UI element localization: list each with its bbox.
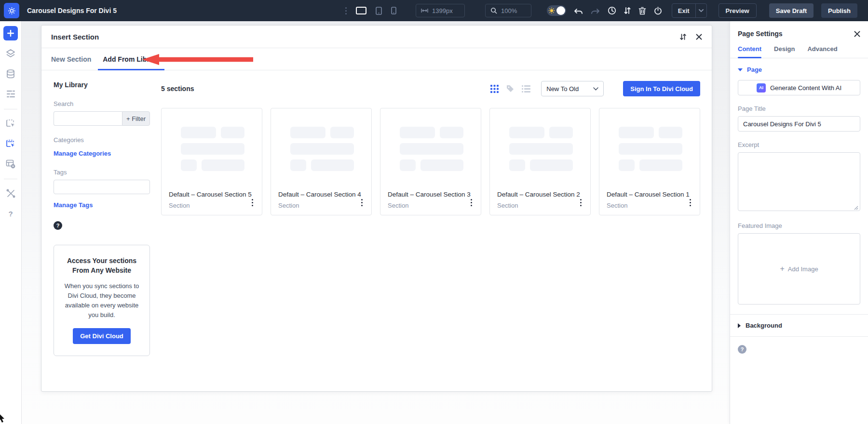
settings-close-icon[interactable] xyxy=(854,31,860,37)
rail-divider xyxy=(4,179,17,179)
section-card[interactable]: Default – Carousel Section 1 Section xyxy=(599,108,700,215)
card-title: Default – Carousel Section 4 xyxy=(278,191,366,198)
filter-button[interactable]: + Filter xyxy=(122,111,150,126)
settings-help-icon[interactable]: ? xyxy=(738,345,746,354)
trash-button[interactable] xyxy=(638,7,646,15)
wireframe-button[interactable] xyxy=(3,87,18,101)
card-menu-icon[interactable] xyxy=(359,197,365,208)
theme-toggle[interactable] xyxy=(547,5,566,16)
database-button[interactable] xyxy=(3,66,18,81)
excerpt-textarea[interactable] xyxy=(738,152,860,211)
card-menu-icon[interactable] xyxy=(578,197,583,208)
manage-tags-link[interactable]: Manage Tags xyxy=(54,201,150,209)
modules-button[interactable] xyxy=(3,157,18,171)
page-title-input[interactable] xyxy=(738,116,860,132)
card-title: Default – Carousel Section 5 xyxy=(169,191,257,198)
help-button[interactable]: ? xyxy=(3,206,18,221)
up-down-arrows-icon xyxy=(624,7,631,14)
more-options-icon[interactable] xyxy=(345,7,347,14)
history-button[interactable] xyxy=(608,6,616,15)
modal-sort-icon[interactable] xyxy=(680,33,686,40)
tab-new-section[interactable]: New Section xyxy=(45,48,97,70)
rail-divider xyxy=(4,109,17,109)
zoom-field[interactable]: 100% xyxy=(485,4,531,17)
excerpt-label: Excerpt xyxy=(738,141,860,148)
library-results: 5 sections New To Old Sign In To Divi Cl… xyxy=(161,81,700,356)
add-section-button[interactable] xyxy=(3,26,18,40)
mouse-cursor-icon xyxy=(0,413,6,423)
categories-label: Categories xyxy=(54,136,150,144)
get-divi-cloud-button[interactable]: Get Divi Cloud xyxy=(73,328,131,344)
card-menu-icon[interactable] xyxy=(250,197,255,208)
manage-categories-link[interactable]: Manage Categories xyxy=(54,150,150,157)
page-title-header: Carousel Designs For Divi 5 xyxy=(27,7,117,14)
wireframe-icon xyxy=(7,90,15,98)
card-menu-icon[interactable] xyxy=(688,197,693,208)
section-card[interactable]: Default – Carousel Section 2 Section xyxy=(489,108,591,215)
section-card[interactable]: Default – Carousel Section 5 Section xyxy=(161,108,262,215)
preview-button[interactable]: Preview xyxy=(719,3,757,18)
card-thumbnail xyxy=(271,108,371,171)
insert-from-library-button[interactable] xyxy=(3,136,18,151)
phone-view-button[interactable] xyxy=(391,7,396,14)
section-card[interactable]: Default – Carousel Section 4 Section xyxy=(271,108,372,215)
page-group-label: Page xyxy=(747,66,762,73)
card-thumbnail xyxy=(599,108,700,171)
desktop-view-button[interactable] xyxy=(356,7,366,14)
save-draft-button[interactable]: Save Draft xyxy=(769,3,814,18)
portability-sort-button[interactable] xyxy=(624,7,631,14)
triangle-down-icon xyxy=(738,68,743,71)
card-menu-icon[interactable] xyxy=(469,197,474,208)
card-type: Section xyxy=(497,202,585,209)
modal-close-icon[interactable] xyxy=(696,34,702,40)
redo-button[interactable] xyxy=(591,8,600,14)
trash-icon xyxy=(638,7,646,15)
builder-settings-button[interactable] xyxy=(4,3,19,18)
modal-header: Insert Section xyxy=(41,26,712,48)
tab-design[interactable]: Design xyxy=(774,45,795,58)
insert-section-button[interactable] xyxy=(3,116,18,131)
tablet-view-button[interactable] xyxy=(376,7,382,15)
divi-cloud-promo-card: Access Your sections From Any Website Wh… xyxy=(54,245,150,356)
triangle-right-icon xyxy=(738,323,741,328)
section-card-grid: Default – Carousel Section 5 Section xyxy=(161,108,700,215)
tools-button[interactable] xyxy=(3,186,18,200)
grid-view-icon[interactable] xyxy=(490,85,499,93)
chevron-down-icon xyxy=(593,87,598,91)
insert-section-modal: Insert Section New Section Add From Libr… xyxy=(41,25,712,392)
sign-in-divi-cloud-button[interactable]: Sign In To Divi Cloud xyxy=(623,81,700,96)
card-title: Default – Carousel Section 1 xyxy=(607,191,695,198)
builder-canvas: Insert Section New Section Add From Libr… xyxy=(22,21,730,424)
settings-tab-bar: Content Design Advanced xyxy=(730,45,868,58)
card-thumbnail xyxy=(380,108,481,171)
tab-advanced[interactable]: Advanced xyxy=(807,45,837,58)
layers-button[interactable] xyxy=(3,46,18,61)
redo-icon xyxy=(591,8,600,14)
card-type: Section xyxy=(278,202,366,209)
viewport-width-field[interactable]: 1399px xyxy=(416,4,465,17)
search-input[interactable] xyxy=(54,111,122,126)
power-button[interactable] xyxy=(654,7,662,15)
list-view-icon[interactable] xyxy=(522,85,530,93)
results-toolbar: 5 sections New To Old Sign In To Divi Cl… xyxy=(161,81,700,96)
page-group-toggle[interactable]: Page xyxy=(738,66,860,73)
sort-select[interactable]: New To Old xyxy=(541,81,604,96)
generate-content-ai-button[interactable]: AI Generate Content With AI xyxy=(738,80,860,95)
card-thumbnail xyxy=(490,108,590,171)
library-help-icon[interactable]: ? xyxy=(54,221,62,230)
modal-tab-bar: New Section Add From Library xyxy=(41,48,712,70)
left-toolbar-rail: ? xyxy=(0,21,22,424)
tab-add-from-library[interactable]: Add From Library xyxy=(97,48,165,70)
exit-dropdown-button[interactable] xyxy=(696,9,706,12)
publish-button[interactable]: Publish xyxy=(821,3,857,18)
tags-input[interactable] xyxy=(54,180,150,194)
tab-content[interactable]: Content xyxy=(738,45,761,58)
tag-view-icon[interactable] xyxy=(506,84,515,93)
modal-body: My Library Search + Filter Categories Ma… xyxy=(41,70,712,356)
background-group-toggle[interactable]: Background xyxy=(738,315,860,336)
section-card[interactable]: Default – Carousel Section 3 Section xyxy=(380,108,481,215)
undo-button[interactable] xyxy=(574,8,583,14)
exit-button[interactable]: Exit xyxy=(672,3,707,18)
add-image-dropzone[interactable]: + Add Image xyxy=(738,233,860,305)
modal-title: Insert Section xyxy=(51,33,99,41)
